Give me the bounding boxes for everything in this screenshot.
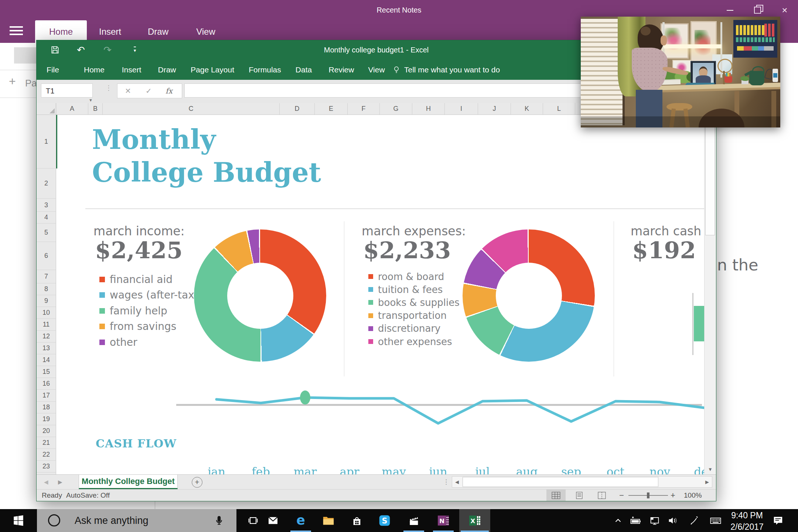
action-center-icon[interactable] xyxy=(770,509,787,532)
network-icon[interactable] xyxy=(646,509,663,532)
name-box[interactable]: T1 ▼ xyxy=(41,83,93,98)
search-input[interactable]: Ask me anything xyxy=(37,509,236,532)
onenote-tab-draw[interactable]: Draw xyxy=(132,20,184,43)
row-header-18[interactable]: 18 xyxy=(37,402,56,413)
row-header-23[interactable]: 23 xyxy=(37,461,56,473)
row-header-13[interactable]: 13 xyxy=(37,342,56,354)
sheet-next-icon[interactable]: ▶ xyxy=(58,475,62,489)
row-header-22[interactable]: 22 xyxy=(37,449,56,461)
zoom-slider-thumb[interactable] xyxy=(647,492,649,498)
scroll-right-icon[interactable]: ▶ xyxy=(705,477,709,487)
taskbar-skype-icon[interactable]: S xyxy=(371,509,399,532)
taskbar-excel-icon[interactable]: X xyxy=(459,509,490,532)
keyboard-icon[interactable] xyxy=(707,509,724,532)
onenote-tab-insert[interactable]: Insert xyxy=(84,20,136,43)
row-header-17[interactable]: 17 xyxy=(37,390,56,402)
column-header-b[interactable]: B xyxy=(88,103,103,115)
column-header-h[interactable]: H xyxy=(412,103,445,115)
save-icon[interactable] xyxy=(45,40,65,59)
column-header-k[interactable]: K xyxy=(511,103,543,115)
income-donut-chart[interactable] xyxy=(194,229,326,362)
zoom-out-icon[interactable]: − xyxy=(619,490,624,501)
row-header-14[interactable]: 14 xyxy=(37,354,56,366)
enter-icon[interactable]: ✓ xyxy=(146,84,152,98)
row-header-1[interactable]: 1 xyxy=(37,115,56,168)
zoom-in-icon[interactable]: + xyxy=(671,490,675,501)
row-header-6[interactable]: 6 xyxy=(37,242,56,270)
column-header-j[interactable]: J xyxy=(478,103,511,115)
column-header-a[interactable]: A xyxy=(56,103,88,115)
column-header-l[interactable]: L xyxy=(543,103,575,115)
row-header-2[interactable]: 2 xyxy=(37,168,56,199)
add-page-icon[interactable]: + xyxy=(9,75,16,88)
video-overlay[interactable] xyxy=(581,17,780,127)
row-header-15[interactable]: 15 xyxy=(37,366,56,378)
sheet-tab-monthly-college-budget[interactable]: Monthly College Budget xyxy=(79,475,178,489)
column-header-c[interactable]: C xyxy=(103,103,280,115)
sheet-grid[interactable]: Monthly College Budget march income: $2,… xyxy=(56,115,704,474)
taskbar-mail-icon[interactable] xyxy=(259,509,287,532)
taskbar-onenote-icon[interactable]: N xyxy=(429,509,457,532)
horizontal-scrollbar[interactable]: ◀ ▶ xyxy=(452,476,712,488)
row-header-16[interactable]: 16 xyxy=(37,378,56,390)
pen-icon[interactable] xyxy=(686,509,703,532)
row-header-12[interactable]: 12 xyxy=(37,331,56,342)
ribbon-tab-review[interactable]: Review xyxy=(329,59,354,80)
insert-function-icon[interactable]: fx xyxy=(166,84,173,98)
clock[interactable]: 9:40 PM 2/6/2017 xyxy=(729,509,765,532)
row-header-20[interactable]: 20 xyxy=(37,425,56,437)
ribbon-tab-formulas[interactable]: Formulas xyxy=(249,59,281,80)
volume-icon[interactable] xyxy=(664,509,681,532)
taskbar-file-explorer-icon[interactable] xyxy=(314,509,342,532)
column-header-e[interactable]: E xyxy=(315,103,348,115)
undo-icon[interactable]: ↶ xyxy=(71,40,91,59)
tell-me-box[interactable]: Tell me what you want to do xyxy=(392,59,500,80)
ribbon-tab-view[interactable]: View xyxy=(368,59,385,80)
select-all-corner[interactable] xyxy=(37,103,56,115)
onenote-sidebar-button[interactable] xyxy=(14,47,36,64)
battery-icon[interactable] xyxy=(627,509,644,532)
microphone-icon[interactable] xyxy=(214,515,225,526)
zoom-level[interactable]: 100% xyxy=(684,490,702,501)
scrollbar-thumb[interactable] xyxy=(463,477,658,487)
cortana-icon[interactable] xyxy=(48,514,60,526)
hamburger-menu-icon[interactable] xyxy=(10,26,23,37)
vertical-scrollbar[interactable]: ▲ ▼ xyxy=(704,103,716,474)
expenses-donut-chart[interactable] xyxy=(463,229,595,362)
ribbon-tab-data[interactable]: Data xyxy=(296,59,312,80)
chevron-up-icon[interactable] xyxy=(610,509,627,532)
autosave-status[interactable]: AutoSave: Off xyxy=(66,490,110,501)
row-header-10[interactable]: 10 xyxy=(37,307,56,319)
taskbar-edge-icon[interactable]: e xyxy=(287,509,314,532)
ribbon-tab-file[interactable]: File xyxy=(47,59,59,80)
new-sheet-icon[interactable]: + xyxy=(192,477,202,488)
view-normal-button[interactable] xyxy=(546,490,566,501)
row-header-5[interactable]: 5 xyxy=(37,224,56,242)
column-header-g[interactable]: G xyxy=(380,103,412,115)
row-header-8[interactable]: 8 xyxy=(37,283,56,295)
redo-icon[interactable]: ↷ xyxy=(97,40,118,59)
row-header-7[interactable]: 7 xyxy=(37,270,56,283)
customize-quick-access-toolbar-icon[interactable]: ▾ xyxy=(125,40,145,59)
taskbar-store-icon[interactable] xyxy=(343,509,371,532)
onenote-tab-view[interactable]: View xyxy=(180,20,232,43)
add-page-label[interactable]: Pa xyxy=(25,78,37,89)
ribbon-tab-draw[interactable]: Draw xyxy=(158,59,176,80)
cancel-icon[interactable]: ✕ xyxy=(125,84,131,98)
start-button[interactable] xyxy=(0,509,37,532)
sheet-prev-icon[interactable]: ◀ xyxy=(44,475,48,489)
ribbon-tab-home[interactable]: Home xyxy=(84,59,105,80)
scroll-left-icon[interactable]: ◀ xyxy=(455,477,459,487)
ribbon-tab-insert[interactable]: Insert xyxy=(122,59,141,80)
column-header-i[interactable]: I xyxy=(445,103,478,115)
column-header-d[interactable]: D xyxy=(280,103,315,115)
row-header-21[interactable]: 21 xyxy=(37,437,56,449)
view-page-break-button[interactable] xyxy=(592,490,611,501)
onenote-tab-home[interactable]: Home xyxy=(35,20,87,43)
row-header-11[interactable]: 11 xyxy=(37,319,56,331)
row-header-9[interactable]: 9 xyxy=(37,295,56,307)
row-header-19[interactable]: 19 xyxy=(37,413,56,425)
scroll-down-icon[interactable]: ▼ xyxy=(705,467,716,472)
row-header-3[interactable]: 3 xyxy=(37,199,56,212)
ribbon-tab-page-layout[interactable]: Page Layout xyxy=(191,59,234,80)
